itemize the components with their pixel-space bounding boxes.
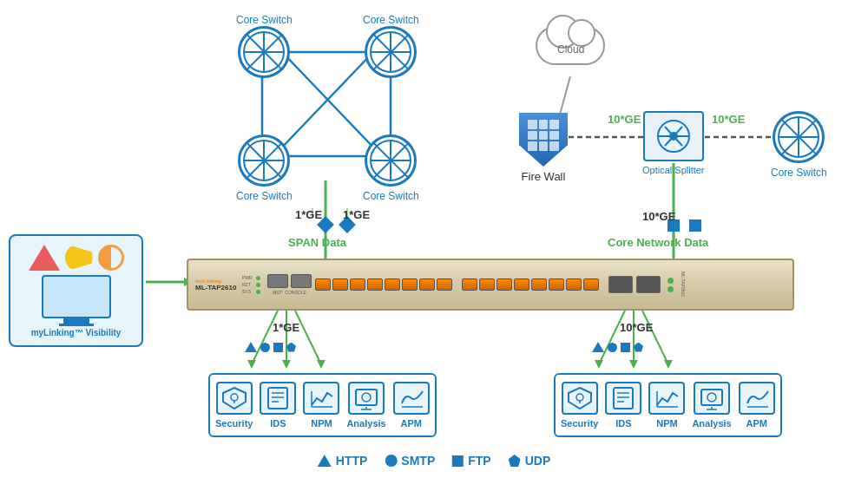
spokes-diag-br bbox=[372, 141, 410, 180]
marker-circle-left bbox=[260, 343, 270, 352]
main-switch: myLinking ML-TAP2610 PWR RZT SYS bbox=[187, 259, 794, 311]
switch-spokes-tr bbox=[370, 31, 411, 73]
tool-ids-right: IDS bbox=[605, 382, 641, 429]
apm-icon-left bbox=[393, 382, 430, 415]
svg-marker-26 bbox=[595, 360, 603, 369]
security-label-left: Security bbox=[215, 418, 253, 429]
firewall-icon: Fire Wall bbox=[519, 113, 568, 183]
ge-label-left-tools: 1*GE bbox=[273, 321, 299, 334]
marker-triangle-left bbox=[245, 342, 257, 352]
sfp-ports-group2 bbox=[462, 278, 599, 291]
switch-right-label: ML-TAP2610 bbox=[681, 272, 686, 297]
tools-box-right: Security IDS NPM bbox=[554, 373, 782, 437]
npm-svg-left bbox=[308, 386, 334, 410]
span-data-label: SPAN Data bbox=[288, 236, 346, 249]
ids-svg-left bbox=[265, 386, 291, 410]
switch-model: ML-TAP2610 bbox=[195, 284, 236, 291]
sfp-port-5 bbox=[385, 278, 400, 291]
protocol-legend: HTTP SMTP FTP UDP bbox=[318, 454, 550, 468]
npm-label-right: NPM bbox=[656, 418, 677, 429]
analysis-label-left: Analysis bbox=[346, 418, 385, 429]
rzt-dot bbox=[256, 283, 260, 287]
npm-icon-right bbox=[648, 382, 685, 415]
marker-square-left bbox=[273, 343, 283, 352]
core-switch-bottom-right: Core Switch bbox=[363, 134, 419, 202]
sfp-port-9 bbox=[462, 278, 477, 291]
sfp-port-10 bbox=[479, 278, 495, 291]
chart-shape-icon bbox=[98, 245, 124, 271]
svg-marker-28 bbox=[664, 360, 673, 369]
apm-svg-right bbox=[744, 386, 770, 410]
core-switch-top-left-label: Core Switch bbox=[236, 14, 293, 26]
npm-icon-left bbox=[303, 382, 339, 415]
switch-spokes-tl bbox=[243, 31, 285, 73]
switch-spokes-bl bbox=[243, 140, 285, 181]
sfp-ports-group1 bbox=[315, 278, 452, 291]
core-switch-far-right-circle bbox=[773, 111, 825, 163]
proto-triangle-icon bbox=[318, 455, 332, 467]
ge-label-right-tools: 10*GE bbox=[620, 321, 653, 334]
security-icon-left bbox=[216, 382, 253, 415]
firewall-shield bbox=[519, 113, 568, 167]
core-switch-top-right-circle bbox=[365, 26, 417, 78]
ge-label-right-1: 10*GE bbox=[608, 113, 641, 126]
proto-markers-right bbox=[592, 342, 643, 352]
ge-label-right-bottom: 10*GE bbox=[642, 210, 675, 223]
security-label-right: Security bbox=[561, 418, 598, 429]
led-1 bbox=[667, 278, 674, 284]
brand-label: myLinking™ Visibility bbox=[31, 328, 122, 337]
splitter-box bbox=[643, 111, 704, 161]
sfp-port-16 bbox=[583, 278, 599, 291]
sfp-port-3 bbox=[350, 278, 365, 291]
svg-point-51 bbox=[576, 394, 583, 401]
analysis-label-right: Analysis bbox=[692, 418, 731, 429]
svg-line-23 bbox=[599, 311, 625, 364]
sfp-port-6 bbox=[402, 278, 418, 291]
console-label: CONSOLE bbox=[285, 290, 306, 295]
splitter-symbol bbox=[652, 118, 695, 154]
tools-box-left: Security IDS NPM bbox=[208, 373, 437, 437]
svg-rect-53 bbox=[614, 388, 633, 409]
proto-http: HTTP bbox=[318, 454, 368, 468]
apm-label-left: APM bbox=[400, 418, 421, 429]
status-lights: PWR RZT SYS bbox=[242, 275, 260, 294]
fc9 bbox=[549, 141, 559, 151]
fc3 bbox=[549, 120, 559, 129]
svg-line-10 bbox=[560, 76, 570, 115]
sfp-port-1 bbox=[315, 278, 331, 291]
firewall-grid bbox=[528, 120, 559, 151]
fc7 bbox=[528, 141, 537, 151]
marker-circle-right bbox=[608, 343, 617, 352]
rzt-label: RZT bbox=[242, 282, 254, 287]
core-switch-far-right: Core Switch bbox=[771, 111, 827, 179]
core-switch-bottom-right-circle bbox=[365, 134, 417, 187]
splitter-label: Optical Splitter bbox=[642, 165, 705, 175]
qsfp-port-1 bbox=[608, 276, 633, 293]
splitter-icon: Optical Splitter bbox=[642, 111, 705, 175]
tool-npm-right: NPM bbox=[648, 382, 685, 429]
fc2 bbox=[539, 120, 549, 129]
core-switch-bottom-left: Core Switch bbox=[236, 134, 293, 202]
pwr-label: PWR bbox=[242, 275, 254, 280]
cloud-label: Cloud bbox=[557, 43, 584, 56]
ids-icon-right bbox=[605, 382, 641, 415]
fc8 bbox=[539, 141, 549, 151]
mgt-label: MGT bbox=[273, 290, 282, 295]
core-network-data-label: Core Network Data bbox=[608, 236, 708, 249]
apm-svg-left bbox=[398, 386, 424, 410]
svg-point-38 bbox=[231, 394, 238, 401]
proto-smtp-label: SMTP bbox=[401, 454, 435, 468]
svg-marker-21 bbox=[282, 360, 291, 369]
firewall-label: Fire Wall bbox=[522, 170, 566, 183]
analysis-svg-right bbox=[699, 386, 725, 410]
ids-label-right: IDS bbox=[615, 418, 631, 429]
svg-rect-59 bbox=[701, 390, 722, 405]
ids-label-left: IDS bbox=[270, 418, 286, 429]
svg-line-19 bbox=[295, 311, 321, 364]
sfp-port-13 bbox=[531, 278, 547, 291]
proto-smtp: SMTP bbox=[385, 454, 435, 468]
tool-ids-left: IDS bbox=[260, 382, 296, 429]
diagram-container: myLinking™ Visibility Core Switch Core S… bbox=[0, 0, 868, 478]
proto-udp: UDP bbox=[509, 454, 551, 468]
sfp-port-15 bbox=[566, 278, 582, 291]
